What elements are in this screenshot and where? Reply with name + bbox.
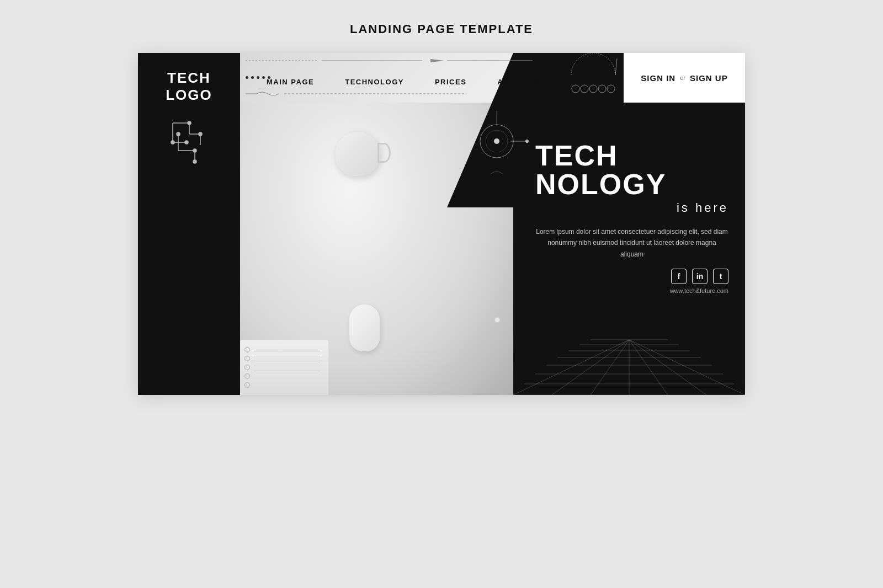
page-title: LANDING PAGE TEMPLATE <box>350 22 533 36</box>
grid-floor-svg <box>513 323 745 395</box>
nav-dot-decoration <box>246 76 270 79</box>
hero-heading: TECH NOLOGY <box>535 141 728 199</box>
nav-link-main-page[interactable]: MAIN PAGE <box>251 78 329 86</box>
nav-link-about-us[interactable]: ABOUT US <box>482 78 557 86</box>
svg-line-23 <box>615 58 617 75</box>
linkedin-icon[interactable]: in <box>692 269 708 284</box>
sign-in-button[interactable]: SIGN IN <box>641 73 675 83</box>
svg-line-52 <box>629 340 668 395</box>
landing-frame: TECH LOGO <box>138 53 745 395</box>
circuit-icon <box>162 112 217 167</box>
nav-link-technology[interactable]: TECHNOLOGY <box>329 78 419 86</box>
social-icons-row: f in t <box>535 269 728 284</box>
earphone <box>495 318 499 322</box>
sign-up-button[interactable]: SIGN UP <box>690 73 728 83</box>
svg-point-9 <box>188 121 191 125</box>
nav-link-prices[interactable]: PRICES <box>419 78 482 86</box>
website-url: www.tech&future.com <box>535 287 728 294</box>
svg-point-28 <box>607 85 615 93</box>
navbar: MAIN PAGE TECHNOLOGY PRICES ABOUT US SIG… <box>240 53 745 103</box>
hero-body-text: Lorem ipsum dolor sit amet consectetuer … <box>535 226 728 260</box>
computer-mouse <box>349 304 380 351</box>
svg-line-54 <box>629 340 745 395</box>
notebook <box>240 340 328 395</box>
bottom-circles-deco <box>571 83 615 94</box>
svg-point-14 <box>185 141 188 144</box>
top-arc-decoration <box>568 53 618 78</box>
svg-point-26 <box>589 85 597 93</box>
svg-point-35 <box>488 172 505 174</box>
svg-point-27 <box>598 85 606 93</box>
svg-line-50 <box>591 340 629 395</box>
svg-point-11 <box>177 132 180 136</box>
svg-point-25 <box>581 85 588 93</box>
logo-text: TECH LOGO <box>166 70 212 104</box>
auth-section: SIGN IN or SIGN UP <box>624 53 745 103</box>
svg-marker-18 <box>430 59 444 62</box>
tech-circle-deco <box>464 108 530 174</box>
facebook-icon[interactable]: f <box>671 269 687 284</box>
twitter-icon[interactable]: t <box>713 269 728 284</box>
svg-line-49 <box>552 340 629 395</box>
svg-point-10 <box>199 132 202 136</box>
hero-content: TECH NOLOGY is here Lorem ipsum dolor si… <box>535 141 728 294</box>
hero-right-section: TECH NOLOGY is here Lorem ipsum dolor si… <box>513 53 745 395</box>
nav-deco-top <box>246 57 533 64</box>
or-divider: or <box>680 74 685 81</box>
coffee-cup <box>336 132 380 176</box>
svg-point-31 <box>494 138 499 144</box>
svg-point-15 <box>193 160 196 163</box>
hero-subheading: is here <box>535 201 728 215</box>
svg-line-48 <box>513 340 629 395</box>
svg-line-53 <box>629 340 706 395</box>
svg-point-13 <box>171 141 174 144</box>
nav-deco-bottom <box>246 90 466 97</box>
logo-banner: TECH LOGO <box>138 53 240 395</box>
svg-point-12 <box>193 149 196 152</box>
svg-point-24 <box>572 85 579 93</box>
svg-point-34 <box>525 140 529 143</box>
